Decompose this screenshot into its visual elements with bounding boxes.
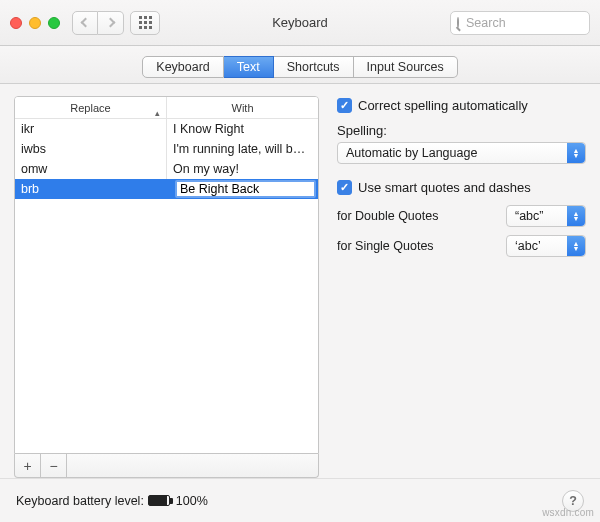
checkbox-smart-quotes[interactable]: ✓	[337, 180, 352, 195]
double-quotes-label: for Double Quotes	[337, 209, 498, 223]
search-field[interactable]	[450, 11, 590, 35]
tab-text[interactable]: Text	[224, 56, 274, 78]
table-row[interactable]: iwbs I'm running late, will be the...	[15, 139, 318, 159]
back-button[interactable]	[72, 11, 98, 35]
cell-with[interactable]: On my way!	[166, 159, 318, 179]
cell-replace[interactable]: iwbs	[15, 139, 166, 159]
grid-icon	[139, 16, 152, 29]
battery-percent: 100%	[176, 494, 208, 508]
column-header-with[interactable]: With	[166, 97, 318, 118]
chevron-right-icon	[106, 18, 116, 28]
content-area: Replace ▴ With ikr I Know Right iwbs I'm…	[0, 84, 600, 478]
checkbox-correct-spelling[interactable]: ✓	[337, 98, 352, 113]
single-quotes-select[interactable]: ‘abc’ ▲▼	[506, 235, 586, 257]
show-all-button[interactable]	[130, 11, 160, 35]
smart-quotes-row[interactable]: ✓ Use smart quotes and dashes	[337, 180, 586, 195]
table-header: Replace ▴ With	[15, 97, 318, 119]
select-arrows-icon: ▲▼	[567, 143, 585, 163]
cell-with[interactable]: I Know Right	[166, 119, 318, 139]
spelling-select[interactable]: Automatic by Language ▲▼	[337, 142, 586, 164]
battery-icon	[148, 495, 170, 506]
single-quotes-label: for Single Quotes	[337, 239, 498, 253]
add-button[interactable]: +	[15, 454, 41, 477]
cell-editor[interactable]: Be Right Back	[175, 180, 316, 198]
tab-bar: Keyboard Text Shortcuts Input Sources	[0, 46, 600, 84]
search-input[interactable]	[464, 15, 600, 31]
correct-spelling-label: Correct spelling automatically	[358, 98, 528, 113]
correct-spelling-row[interactable]: ✓ Correct spelling automatically	[337, 98, 586, 113]
quote-options: for Double Quotes “abc” ▲▼ for Single Qu…	[337, 205, 586, 257]
tab-shortcuts[interactable]: Shortcuts	[274, 56, 354, 78]
cell-replace[interactable]: brb	[15, 179, 172, 199]
smart-quotes-label: Use smart quotes and dashes	[358, 180, 531, 195]
minimize-window-button[interactable]	[29, 17, 41, 29]
cell-with[interactable]: Be Right Back	[172, 179, 318, 199]
close-window-button[interactable]	[10, 17, 22, 29]
window-controls	[10, 17, 60, 29]
replacements-table[interactable]: Replace ▴ With ikr I Know Right iwbs I'm…	[14, 96, 319, 454]
single-quotes-value: ‘abc’	[515, 239, 541, 253]
nav-buttons	[72, 11, 124, 35]
spelling-label: Spelling:	[337, 123, 586, 138]
cell-replace[interactable]: ikr	[15, 119, 166, 139]
search-icon	[457, 17, 459, 28]
column-header-replace[interactable]: Replace ▴	[15, 97, 166, 118]
table-row[interactable]: omw On my way!	[15, 159, 318, 179]
battery-label: Keyboard battery level:	[16, 494, 144, 508]
table-row[interactable]: ikr I Know Right	[15, 119, 318, 139]
cell-replace[interactable]: omw	[15, 159, 166, 179]
settings-panel: ✓ Correct spelling automatically Spellin…	[337, 96, 586, 478]
select-arrows-icon: ▲▼	[567, 236, 585, 256]
zoom-window-button[interactable]	[48, 17, 60, 29]
forward-button[interactable]	[98, 11, 124, 35]
watermark: wsxdn.com	[542, 507, 594, 518]
tab-keyboard[interactable]: Keyboard	[142, 56, 224, 78]
double-quotes-value: “abc”	[515, 209, 543, 223]
titlebar: Keyboard	[0, 0, 600, 46]
table-row[interactable]: brb Be Right Back	[15, 179, 318, 199]
spelling-value: Automatic by Language	[346, 146, 477, 160]
remove-button[interactable]: −	[41, 454, 67, 477]
cell-with[interactable]: I'm running late, will be the...	[166, 139, 318, 159]
table-footer: + −	[14, 454, 319, 478]
tab-input-sources[interactable]: Input Sources	[354, 56, 458, 78]
chevron-up-icon: ▴	[155, 102, 160, 124]
table-body: ikr I Know Right iwbs I'm running late, …	[15, 119, 318, 453]
replacements-panel: Replace ▴ With ikr I Know Right iwbs I'm…	[14, 96, 319, 478]
double-quotes-select[interactable]: “abc” ▲▼	[506, 205, 586, 227]
select-arrows-icon: ▲▼	[567, 206, 585, 226]
footer: Keyboard battery level: 100% ?	[0, 478, 600, 522]
chevron-left-icon	[80, 18, 90, 28]
